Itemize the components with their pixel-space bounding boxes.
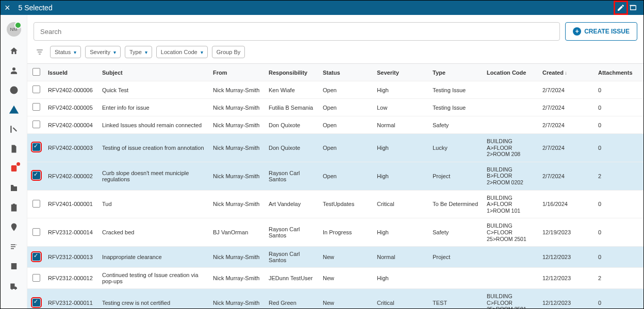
cell-severity: High bbox=[374, 268, 430, 289]
cell-subject: Curb slope doesn't meet municiple regula… bbox=[99, 162, 210, 190]
column-header-from[interactable]: From bbox=[210, 64, 266, 81]
cell-issue-id: RFV2312-000013 bbox=[45, 247, 99, 268]
checklist-icon[interactable] bbox=[9, 242, 19, 252]
column-header-subject[interactable]: Subject bbox=[99, 64, 210, 81]
alert-icon[interactable] bbox=[9, 105, 19, 115]
page-title: 5 Selected bbox=[19, 4, 53, 12]
cell-severity: Critical bbox=[374, 289, 430, 308]
filter-chip-type[interactable]: Type▾ bbox=[125, 46, 152, 58]
svg-rect-1 bbox=[11, 165, 16, 171]
cell-location-code bbox=[484, 247, 539, 268]
column-header-location-code[interactable]: Location Code bbox=[484, 64, 539, 81]
row-checkbox[interactable] bbox=[32, 85, 40, 93]
cell-from: Nick Murray-Smith bbox=[210, 247, 266, 268]
cell-created: 12/19/2023 bbox=[539, 218, 595, 247]
article-icon[interactable] bbox=[9, 261, 19, 271]
column-header-created[interactable]: Created↓ bbox=[539, 64, 595, 81]
cell-responsibility: JEDunn TestUser bbox=[266, 268, 320, 289]
table-row[interactable]: RFV2312-000013Inappropriate clearanceNic… bbox=[27, 247, 643, 268]
filter-icon[interactable] bbox=[34, 48, 46, 56]
cell-subject: Cracked bed bbox=[99, 218, 210, 247]
row-checkbox[interactable] bbox=[32, 299, 40, 306]
ruler-icon[interactable] bbox=[9, 124, 19, 134]
folder-icon[interactable] bbox=[9, 183, 19, 193]
table-row[interactable]: RFV2402-000003Testing of issue creation … bbox=[27, 134, 643, 162]
clipboard-icon[interactable] bbox=[9, 202, 19, 213]
column-header-responsibility[interactable]: Responsibility bbox=[266, 64, 320, 81]
cell-from: Nick Murray-Smith bbox=[210, 268, 266, 289]
cell-issue-id: RFV2402-000006 bbox=[45, 81, 99, 99]
topbar: × 5 Selected bbox=[1, 1, 643, 15]
row-checkbox[interactable] bbox=[32, 143, 40, 151]
column-header-issueid[interactable]: IssueId bbox=[45, 64, 99, 81]
column-header-type[interactable]: Type bbox=[430, 64, 484, 81]
cell-created: 2/7/2024 bbox=[539, 99, 595, 116]
cell-responsibility: Don Quixote bbox=[266, 116, 320, 134]
table-row[interactable]: RFV2402-000004Linked Issues should remai… bbox=[27, 116, 643, 134]
cell-location-code bbox=[484, 81, 539, 99]
cell-from: Nick Murray-Smith bbox=[210, 116, 266, 134]
column-header-attachments[interactable]: Attachments bbox=[595, 64, 643, 81]
cell-severity: Low bbox=[374, 99, 430, 116]
cell-subject: Enter info for issue bbox=[99, 99, 210, 116]
table-row[interactable]: RFV2402-000006Quick TestNick Murray-Smit… bbox=[27, 81, 643, 99]
person-icon[interactable] bbox=[9, 65, 19, 76]
cell-from: Nick Murray-Smith bbox=[210, 162, 266, 190]
cell-severity: High bbox=[374, 81, 430, 99]
cell-location-code: BUILDING B>FLOOR 2>ROOM 0202 bbox=[484, 162, 539, 190]
row-checkbox[interactable] bbox=[32, 200, 40, 208]
search-input[interactable] bbox=[34, 22, 560, 41]
cell-status: Open bbox=[320, 81, 374, 99]
cell-type: Safety bbox=[430, 116, 484, 134]
table-row[interactable]: RFV2312-000011Testing crew is not certif… bbox=[27, 289, 643, 308]
cell-status: Open bbox=[320, 162, 374, 190]
table-row[interactable]: RFV2312-000012Continued testing of Issue… bbox=[27, 268, 643, 289]
table-row[interactable]: RFV2312-000014Cracked bedBJ VanOrmanRays… bbox=[27, 218, 643, 247]
select-all-checkbox[interactable] bbox=[32, 68, 40, 76]
row-checkbox[interactable] bbox=[32, 253, 40, 261]
row-checkbox[interactable] bbox=[32, 228, 40, 236]
new-doc-icon[interactable] bbox=[9, 163, 19, 174]
filter-chip-severity[interactable]: Severity▾ bbox=[85, 46, 121, 58]
cell-severity: High bbox=[374, 162, 430, 190]
cell-created: 2/7/2024 bbox=[539, 81, 595, 99]
home-icon[interactable] bbox=[9, 46, 19, 56]
row-checkbox[interactable] bbox=[32, 103, 40, 111]
filter-chip-status[interactable]: Status▾ bbox=[50, 46, 81, 58]
table-row[interactable]: RFV2402-000002Curb slope doesn't meet mu… bbox=[27, 162, 643, 190]
row-checkbox[interactable] bbox=[32, 274, 40, 282]
filter-chip-group-by[interactable]: Group By bbox=[212, 46, 245, 58]
cell-created: 12/12/2023 bbox=[539, 268, 595, 289]
avatar[interactable]: NM bbox=[7, 22, 21, 37]
document-icon[interactable] bbox=[9, 144, 19, 154]
close-icon[interactable]: × bbox=[5, 3, 10, 13]
column-header-severity[interactable]: Severity bbox=[374, 64, 430, 81]
library-icon[interactable] bbox=[627, 2, 639, 14]
cell-attachments: 2 bbox=[595, 162, 643, 190]
edit-icon[interactable] bbox=[615, 2, 627, 14]
row-checkbox[interactable] bbox=[32, 171, 40, 179]
cell-subject: Testing crew is not certified bbox=[99, 289, 210, 308]
create-issue-button[interactable]: + CREATE ISSUE bbox=[565, 22, 637, 41]
cell-status: New bbox=[320, 247, 374, 268]
cell-type bbox=[430, 268, 484, 289]
cell-attachments: 0 bbox=[595, 99, 643, 116]
chevron-down-icon: ▾ bbox=[74, 49, 76, 55]
column-header-status[interactable]: Status bbox=[320, 64, 374, 81]
info-icon[interactable] bbox=[9, 85, 19, 95]
truck-icon[interactable] bbox=[9, 281, 19, 291]
svg-point-0 bbox=[10, 87, 18, 94]
cell-responsibility: Rayson Carl Santos bbox=[266, 162, 320, 190]
cell-severity: Normal bbox=[374, 116, 430, 134]
chip-label: Severity bbox=[90, 49, 110, 55]
filter-chip-location-code[interactable]: Location Code▾ bbox=[156, 46, 208, 58]
location-icon[interactable] bbox=[9, 222, 19, 232]
cell-type: Project bbox=[430, 247, 484, 268]
cell-attachments: 0 bbox=[595, 134, 643, 162]
cell-attachments: 0 bbox=[595, 81, 643, 99]
cell-from: Nick Murray-Smith bbox=[210, 190, 266, 218]
table-row[interactable]: RFV2402-000005Enter info for issueNick M… bbox=[27, 99, 643, 116]
table-row[interactable]: RFV2401-000001TudNick Murray-SmithArt Va… bbox=[27, 190, 643, 218]
cell-type: Safety bbox=[430, 218, 484, 247]
row-checkbox[interactable] bbox=[32, 121, 40, 128]
